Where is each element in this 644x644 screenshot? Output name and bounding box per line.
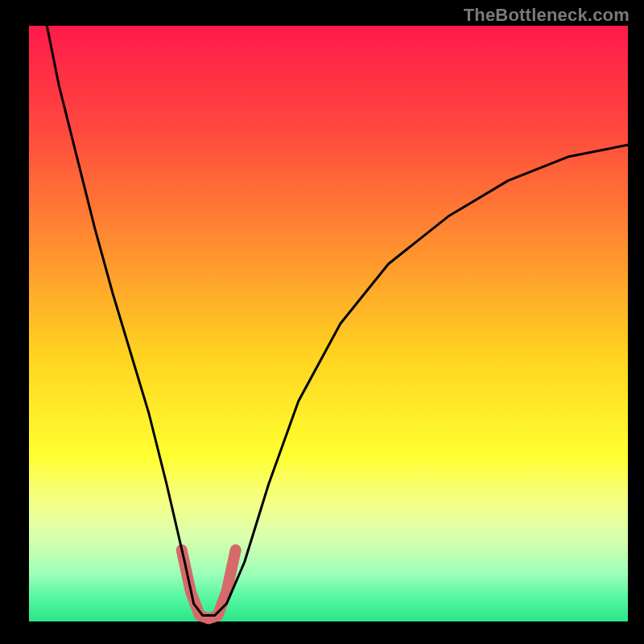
- watermark-text: TheBottleneck.com: [464, 5, 630, 26]
- chart-container: TheBottleneck.com: [0, 0, 644, 644]
- plot-background: [29, 26, 628, 621]
- bottleneck-chart: [0, 0, 644, 644]
